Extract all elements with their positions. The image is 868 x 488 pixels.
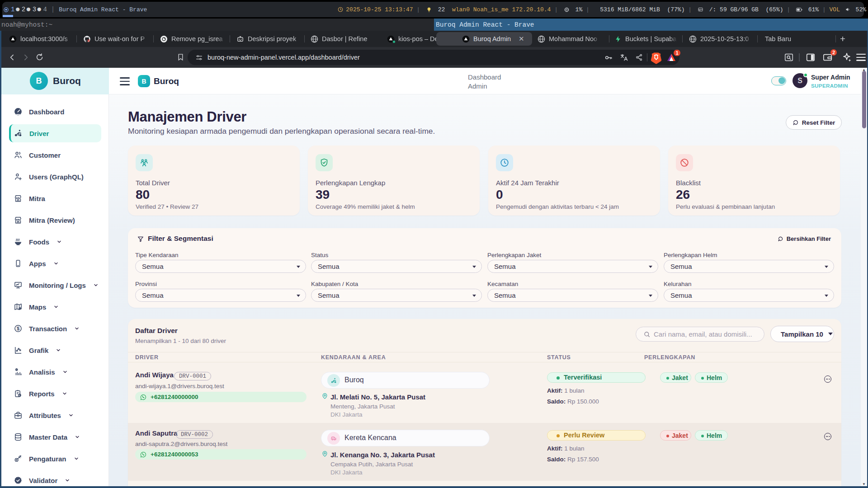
svg-text:$: $ xyxy=(17,326,19,331)
